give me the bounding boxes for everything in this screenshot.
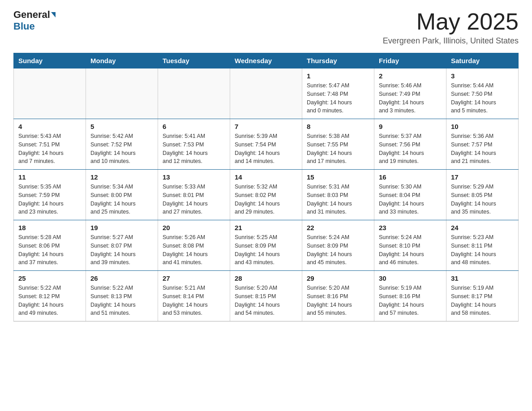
- day-number: 17: [451, 173, 514, 181]
- logo-general-text: General: [13, 9, 50, 21]
- day-of-week-header: Sunday: [14, 53, 86, 68]
- calendar-day-cell: 3Sunrise: 5:44 AMSunset: 7:50 PMDaylight…: [446, 68, 519, 119]
- day-info: Sunrise: 5:34 AMSunset: 8:00 PMDaylight:…: [90, 183, 153, 216]
- calendar-week-row: 25Sunrise: 5:22 AMSunset: 8:12 PMDayligh…: [14, 271, 519, 321]
- calendar-header: SundayMondayTuesdayWednesdayThursdayFrid…: [14, 53, 519, 68]
- calendar-day-cell: 31Sunrise: 5:19 AMSunset: 8:17 PMDayligh…: [446, 271, 519, 321]
- calendar-day-cell: 13Sunrise: 5:33 AMSunset: 8:01 PMDayligh…: [158, 170, 230, 220]
- day-number: 19: [90, 224, 153, 231]
- calendar-day-cell: 24Sunrise: 5:23 AMSunset: 8:11 PMDayligh…: [446, 220, 519, 271]
- day-number: 20: [163, 224, 225, 231]
- day-number: 27: [163, 274, 225, 282]
- day-number: 12: [90, 173, 153, 181]
- day-info: Sunrise: 5:22 AMSunset: 8:13 PMDaylight:…: [90, 284, 153, 317]
- day-number: 11: [18, 173, 81, 181]
- location-text: Evergreen Park, Illinois, United States: [383, 36, 519, 46]
- day-number: 6: [163, 123, 225, 130]
- calendar-day-cell: 1Sunrise: 5:47 AMSunset: 7:48 PMDaylight…: [302, 68, 374, 119]
- day-number: 4: [18, 123, 81, 130]
- day-number: 14: [235, 173, 297, 181]
- day-number: 18: [18, 224, 81, 231]
- calendar-day-cell: 15Sunrise: 5:31 AMSunset: 8:03 PMDayligh…: [302, 170, 374, 220]
- day-info: Sunrise: 5:24 AMSunset: 8:10 PMDaylight:…: [379, 233, 442, 267]
- day-number: 23: [379, 224, 442, 231]
- day-of-week-header: Tuesday: [158, 53, 230, 68]
- calendar-week-row: 4Sunrise: 5:43 AMSunset: 7:51 PMDaylight…: [14, 119, 519, 170]
- day-info: Sunrise: 5:46 AMSunset: 7:49 PMDaylight:…: [379, 81, 442, 115]
- calendar-body: 1Sunrise: 5:47 AMSunset: 7:48 PMDaylight…: [14, 68, 519, 321]
- day-of-week-header: Monday: [86, 53, 158, 68]
- calendar-day-cell: 14Sunrise: 5:32 AMSunset: 8:02 PMDayligh…: [230, 170, 302, 220]
- day-of-week-header: Thursday: [302, 53, 374, 68]
- calendar-week-row: 1Sunrise: 5:47 AMSunset: 7:48 PMDaylight…: [14, 68, 519, 119]
- day-info: Sunrise: 5:42 AMSunset: 7:52 PMDaylight:…: [90, 132, 153, 166]
- day-number: 10: [451, 123, 514, 130]
- day-info: Sunrise: 5:35 AMSunset: 7:59 PMDaylight:…: [18, 183, 81, 216]
- calendar-day-cell: 21Sunrise: 5:25 AMSunset: 8:09 PMDayligh…: [230, 220, 302, 271]
- calendar-day-cell: [14, 68, 86, 119]
- title-block: May 2025 Evergreen Park, Illinois, Unite…: [383, 9, 519, 46]
- calendar-day-cell: 12Sunrise: 5:34 AMSunset: 8:00 PMDayligh…: [86, 170, 158, 220]
- calendar-day-cell: [158, 68, 230, 119]
- calendar-day-cell: 4Sunrise: 5:43 AMSunset: 7:51 PMDaylight…: [14, 119, 86, 170]
- calendar-day-cell: 28Sunrise: 5:20 AMSunset: 8:15 PMDayligh…: [230, 271, 302, 321]
- day-number: 5: [90, 123, 153, 130]
- day-number: 26: [90, 274, 153, 282]
- day-number: 28: [235, 274, 297, 282]
- calendar-day-cell: 2Sunrise: 5:46 AMSunset: 7:49 PMDaylight…: [374, 68, 446, 119]
- day-number: 29: [307, 274, 369, 282]
- day-info: Sunrise: 5:31 AMSunset: 8:03 PMDaylight:…: [307, 183, 369, 216]
- calendar-week-row: 18Sunrise: 5:28 AMSunset: 8:06 PMDayligh…: [14, 220, 519, 271]
- day-info: Sunrise: 5:33 AMSunset: 8:01 PMDaylight:…: [163, 183, 225, 216]
- day-of-week-header: Saturday: [446, 53, 519, 68]
- day-number: 3: [451, 72, 514, 80]
- calendar-day-cell: [86, 68, 158, 119]
- calendar-day-cell: 16Sunrise: 5:30 AMSunset: 8:04 PMDayligh…: [374, 170, 446, 220]
- day-info: Sunrise: 5:28 AMSunset: 8:06 PMDaylight:…: [18, 233, 81, 267]
- day-info: Sunrise: 5:47 AMSunset: 7:48 PMDaylight:…: [307, 81, 369, 115]
- calendar-table: SundayMondayTuesdayWednesdayThursdayFrid…: [13, 53, 519, 321]
- calendar-day-cell: 27Sunrise: 5:21 AMSunset: 8:14 PMDayligh…: [158, 271, 230, 321]
- day-number: 13: [163, 173, 225, 181]
- day-info: Sunrise: 5:24 AMSunset: 8:09 PMDaylight:…: [307, 233, 369, 267]
- day-number: 1: [307, 72, 369, 80]
- day-info: Sunrise: 5:27 AMSunset: 8:07 PMDaylight:…: [90, 233, 153, 267]
- day-info: Sunrise: 5:19 AMSunset: 8:17 PMDaylight:…: [451, 284, 514, 317]
- logo: General Blue: [13, 9, 56, 32]
- day-info: Sunrise: 5:29 AMSunset: 8:05 PMDaylight:…: [451, 183, 514, 216]
- day-info: Sunrise: 5:36 AMSunset: 7:57 PMDaylight:…: [451, 132, 514, 166]
- day-info: Sunrise: 5:41 AMSunset: 7:53 PMDaylight:…: [163, 132, 225, 166]
- calendar-day-cell: 7Sunrise: 5:39 AMSunset: 7:54 PMDaylight…: [230, 119, 302, 170]
- calendar-day-cell: 9Sunrise: 5:37 AMSunset: 7:56 PMDaylight…: [374, 119, 446, 170]
- day-number: 8: [307, 123, 369, 130]
- logo-blue-text: Blue: [13, 21, 35, 32]
- calendar-day-cell: 25Sunrise: 5:22 AMSunset: 8:12 PMDayligh…: [14, 271, 86, 321]
- calendar-week-row: 11Sunrise: 5:35 AMSunset: 7:59 PMDayligh…: [14, 170, 519, 220]
- day-info: Sunrise: 5:23 AMSunset: 8:11 PMDaylight:…: [451, 233, 514, 267]
- calendar-day-cell: 30Sunrise: 5:19 AMSunset: 8:16 PMDayligh…: [374, 271, 446, 321]
- day-info: Sunrise: 5:43 AMSunset: 7:51 PMDaylight:…: [18, 132, 81, 166]
- day-number: 25: [18, 274, 81, 282]
- day-info: Sunrise: 5:25 AMSunset: 8:09 PMDaylight:…: [235, 233, 297, 267]
- day-of-week-header: Wednesday: [230, 53, 302, 68]
- day-number: 2: [379, 72, 442, 80]
- day-number: 31: [451, 274, 514, 282]
- day-info: Sunrise: 5:30 AMSunset: 8:04 PMDaylight:…: [379, 183, 442, 216]
- calendar-day-cell: 29Sunrise: 5:20 AMSunset: 8:16 PMDayligh…: [302, 271, 374, 321]
- day-info: Sunrise: 5:44 AMSunset: 7:50 PMDaylight:…: [451, 81, 514, 115]
- day-number: 21: [235, 224, 297, 231]
- day-info: Sunrise: 5:20 AMSunset: 8:16 PMDaylight:…: [307, 284, 369, 317]
- day-number: 15: [307, 173, 369, 181]
- logo-arrow-icon: [51, 12, 56, 17]
- calendar-day-cell: 18Sunrise: 5:28 AMSunset: 8:06 PMDayligh…: [14, 220, 86, 271]
- calendar-day-cell: 11Sunrise: 5:35 AMSunset: 7:59 PMDayligh…: [14, 170, 86, 220]
- calendar-day-cell: 17Sunrise: 5:29 AMSunset: 8:05 PMDayligh…: [446, 170, 519, 220]
- day-info: Sunrise: 5:19 AMSunset: 8:16 PMDaylight:…: [379, 284, 442, 317]
- day-info: Sunrise: 5:21 AMSunset: 8:14 PMDaylight:…: [163, 284, 225, 317]
- day-info: Sunrise: 5:32 AMSunset: 8:02 PMDaylight:…: [235, 183, 297, 216]
- calendar-day-cell: 8Sunrise: 5:38 AMSunset: 7:55 PMDaylight…: [302, 119, 374, 170]
- day-number: 7: [235, 123, 297, 130]
- day-number: 24: [451, 224, 514, 231]
- calendar-day-cell: 6Sunrise: 5:41 AMSunset: 7:53 PMDaylight…: [158, 119, 230, 170]
- day-info: Sunrise: 5:20 AMSunset: 8:15 PMDaylight:…: [235, 284, 297, 317]
